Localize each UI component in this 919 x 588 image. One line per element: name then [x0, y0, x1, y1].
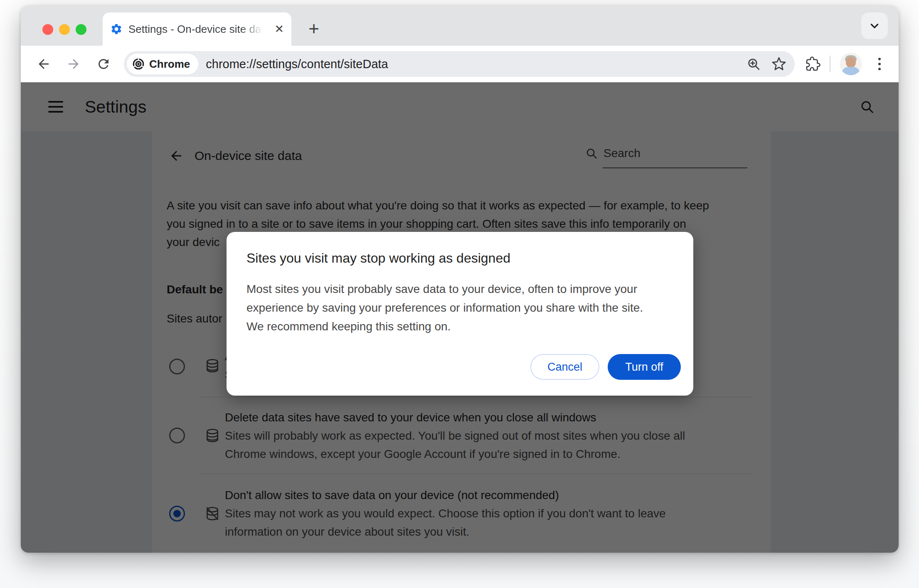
settings-gear-favicon-icon: [110, 23, 123, 35]
settings-page: Settings On-device site data Search: [21, 82, 899, 553]
address-bar[interactable]: Chrome chrome://settings/content/siteDat…: [124, 51, 795, 77]
turn-off-button[interactable]: Turn off: [608, 354, 681, 380]
site-info-chip[interactable]: Chrome: [127, 54, 198, 74]
profile-avatar[interactable]: [840, 53, 862, 75]
traffic-lights: [42, 24, 86, 35]
extensions-puzzle-icon[interactable]: [806, 57, 820, 71]
reload-icon: [96, 57, 111, 71]
minimize-window-button[interactable]: [59, 24, 70, 35]
confirmation-dialog: Sites you visit may stop working as desi…: [227, 232, 693, 396]
close-window-button[interactable]: [42, 24, 53, 35]
tab-strip: Settings - On-device site data ✕ +: [21, 6, 899, 46]
browser-window: Settings - On-device site data ✕ +: [21, 6, 899, 553]
avatar-face: [846, 57, 856, 68]
dialog-title: Sites you visit may stop working as desi…: [246, 250, 681, 266]
bookmark-star-icon[interactable]: [771, 57, 786, 71]
url-text: chrome://settings/content/siteData: [206, 57, 739, 71]
tab-search-chevron-button[interactable]: [861, 12, 888, 39]
cancel-button[interactable]: Cancel: [530, 354, 599, 380]
forward-arrow-icon: [66, 57, 81, 71]
reload-button[interactable]: [90, 50, 117, 78]
chrome-badge-label: Chrome: [149, 58, 190, 71]
new-tab-button[interactable]: +: [300, 15, 328, 42]
dialog-body: Most sites you visit probably save data …: [246, 280, 681, 336]
chevron-down-icon: [869, 20, 880, 31]
tab-title: Settings - On-device site data: [128, 23, 266, 36]
browser-menu-kebab-icon[interactable]: [871, 58, 888, 70]
back-button[interactable]: [30, 50, 57, 78]
chrome-logo-icon: [132, 57, 145, 71]
avatar-shirt: [842, 67, 860, 75]
zoom-window-button[interactable]: [76, 24, 86, 35]
zoom-page-icon[interactable]: [747, 57, 761, 71]
toolbar-divider: [830, 56, 830, 72]
browser-toolbar: Chrome chrome://settings/content/siteDat…: [21, 46, 899, 82]
tab-close-icon[interactable]: ✕: [274, 24, 284, 35]
tab-settings[interactable]: Settings - On-device site data ✕: [103, 12, 291, 46]
forward-button[interactable]: [60, 50, 87, 78]
back-arrow-icon: [36, 57, 51, 71]
dialog-actions: Cancel Turn off: [530, 354, 681, 380]
